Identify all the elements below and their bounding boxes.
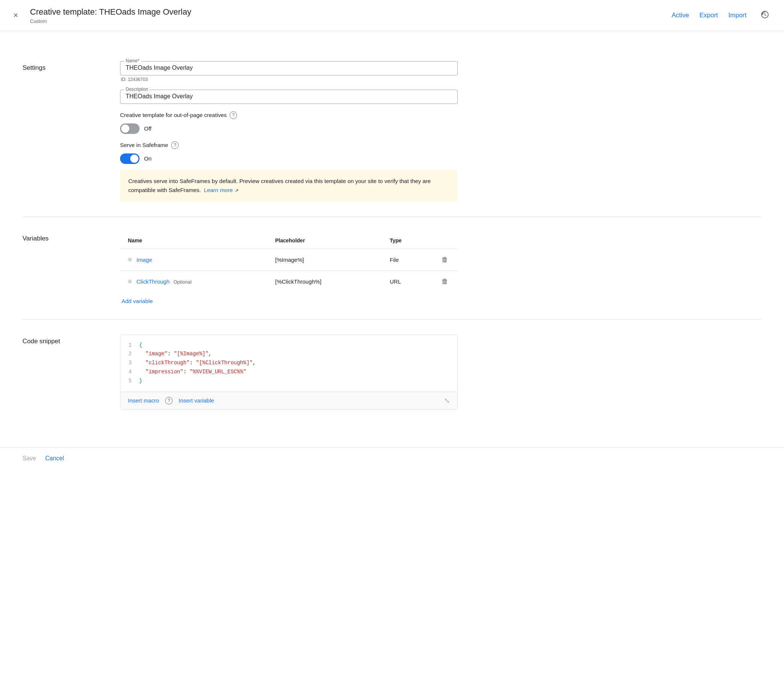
code-line-3: "clickThrough": "[%ClickThrough%]", xyxy=(139,359,450,368)
code-toolbar: Insert macro ? Insert variable ⤡ xyxy=(120,392,457,409)
code-snippet-label: Code snippet xyxy=(22,335,105,410)
col-header-placeholder: Placeholder xyxy=(268,232,382,249)
code-snippet-content: 1 2 3 4 5 { "image": "[%Image%]", "click… xyxy=(120,335,457,410)
name-field-wrapper: Name* xyxy=(120,61,457,75)
code-comma-2: , xyxy=(252,360,255,366)
id-hint: ID: 12436703 xyxy=(120,77,457,82)
header-actions: Active Export Import xyxy=(671,8,772,23)
col-header-name: Name xyxy=(120,232,268,249)
row1-delete-button[interactable]: 🗑 xyxy=(440,254,450,265)
out-of-page-section: Creative template for out-of-page creati… xyxy=(120,112,457,134)
code-colon-3: : xyxy=(183,369,190,375)
out-of-page-label: Creative template for out-of-page creati… xyxy=(120,112,226,118)
line-num-2: 2 xyxy=(128,350,132,359)
code-comma-1: , xyxy=(209,351,212,357)
out-of-page-toggle-row: Off xyxy=(120,123,457,134)
row1-placeholder-cell: [%Image%] xyxy=(268,249,382,271)
brace-open: { xyxy=(139,342,142,348)
save-button[interactable]: Save xyxy=(22,455,36,462)
page-header: × Creative template: THEOads Image Overl… xyxy=(0,0,784,31)
code-val-clickthrough: "[%ClickThrough%]" xyxy=(196,360,252,366)
insert-macro-help-icon[interactable]: ? xyxy=(165,397,172,405)
page-title: Creative template: THEOads Image Overlay xyxy=(30,7,191,18)
table-row: ≡ Image [%Image%] File 🗑 xyxy=(120,249,457,271)
description-input[interactable] xyxy=(126,93,452,100)
variables-content: Name Placeholder Type ≡ Image [%Image%] xyxy=(120,232,457,304)
brace-close: } xyxy=(139,378,142,384)
code-block: 1 2 3 4 5 { "image": "[%Image%]", "click… xyxy=(120,335,457,410)
line-num-5: 5 xyxy=(128,377,132,386)
variables-section: Variables Name Placeholder Type ≡ xyxy=(22,217,762,320)
variables-label: Variables xyxy=(22,232,105,304)
resize-handle[interactable]: ⤡ xyxy=(444,397,450,405)
description-field-wrapper: Description xyxy=(120,90,457,104)
row2-type-cell: URL xyxy=(382,271,432,292)
description-field-label: Description xyxy=(124,87,150,92)
code-snippet-section: Code snippet 1 2 3 4 5 { "ima xyxy=(22,320,762,425)
line-num-3: 3 xyxy=(128,359,132,368)
safeframe-label: Serve in Safeframe xyxy=(120,142,168,148)
close-button[interactable]: × xyxy=(9,9,22,22)
name-field-label: Name* xyxy=(124,58,141,64)
row1-type-cell: File xyxy=(382,249,432,271)
code-colon-1: : xyxy=(168,351,174,357)
code-val-impression: "%%VIEW_URL_ESC%%" xyxy=(190,369,246,375)
safeframe-help-icon[interactable]: ? xyxy=(171,142,178,149)
code-lines: 1 2 3 4 5 { "image": "[%Image%]", "click… xyxy=(128,341,450,386)
out-of-page-toggle[interactable] xyxy=(120,123,140,134)
code-editor[interactable]: 1 2 3 4 5 { "image": "[%Image%]", "click… xyxy=(120,335,457,392)
line-num-1: 1 xyxy=(128,341,132,350)
drag-handle-2[interactable]: ≡ xyxy=(128,277,132,285)
code-line-1: { xyxy=(139,341,450,350)
code-line-4: "impression": "%%VIEW_URL_ESC%%" xyxy=(139,368,450,377)
row2-delete-button[interactable]: 🗑 xyxy=(440,276,450,287)
safeframe-state: On xyxy=(144,155,151,162)
header-title-block: Creative template: THEOads Image Overlay… xyxy=(30,7,191,24)
delete-icon-2: 🗑 xyxy=(441,277,448,285)
code-key-clickthrough: "clickThrough" xyxy=(145,360,190,366)
drag-handle-1[interactable]: ≡ xyxy=(128,256,132,263)
status-badge: Active xyxy=(671,12,689,19)
page-footer: Save Cancel xyxy=(0,447,784,469)
learn-more-link[interactable]: Learn more xyxy=(204,187,233,193)
import-button[interactable]: Import xyxy=(728,12,746,19)
row1-name-link[interactable]: Image xyxy=(137,257,152,263)
safeframe-toggle-row: On xyxy=(120,153,457,164)
out-of-page-help-icon[interactable]: ? xyxy=(229,112,237,119)
row2-delete-cell: 🗑 xyxy=(432,271,457,292)
safeframe-toggle[interactable] xyxy=(120,153,140,164)
settings-content: Name* ID: 12436703 Description Creative … xyxy=(120,61,457,201)
row2-name-link[interactable]: ClickThrough xyxy=(137,278,170,285)
safeframe-section: Serve in Safeframe ? On Creatives serve … xyxy=(120,142,457,201)
safeframe-thumb xyxy=(130,155,139,163)
code-line-2: "image": "[%Image%]", xyxy=(139,350,450,359)
add-variable-button[interactable]: Add variable xyxy=(120,293,154,304)
row2-name-cell: ≡ ClickThrough Optional xyxy=(120,271,268,292)
code-toolbar-left: Insert macro ? Insert variable xyxy=(128,397,214,405)
name-input[interactable] xyxy=(126,65,452,71)
cancel-button[interactable]: Cancel xyxy=(45,455,64,462)
settings-section: Settings Name* ID: 12436703 Description xyxy=(22,46,762,217)
insert-macro-button[interactable]: Insert macro xyxy=(128,397,159,404)
safeframe-info-box: Creatives serve into SafeFrames by defau… xyxy=(120,170,457,201)
row1-name-cell: ≡ Image xyxy=(120,249,268,271)
out-of-page-state: Off xyxy=(144,125,151,132)
row2-placeholder-cell: [%ClickThrough%] xyxy=(268,271,382,292)
table-header-row: Name Placeholder Type xyxy=(120,232,457,249)
external-link-icon: ↗ xyxy=(235,188,239,193)
page-subtitle: Custom xyxy=(30,18,191,24)
delete-icon-1: 🗑 xyxy=(441,256,448,263)
history-icon xyxy=(760,10,770,21)
table-row: ≡ ClickThrough Optional [%ClickThrough%]… xyxy=(120,271,457,292)
line-numbers: 1 2 3 4 5 xyxy=(128,341,139,386)
export-button[interactable]: Export xyxy=(700,12,718,19)
col-header-type: Type xyxy=(382,232,432,249)
settings-label: Settings xyxy=(22,61,105,201)
row2-optional: Optional xyxy=(173,279,191,285)
history-button[interactable] xyxy=(757,8,772,23)
insert-variable-button[interactable]: Insert variable xyxy=(178,397,214,404)
safeframe-info-text: Creatives serve into SafeFrames by defau… xyxy=(128,178,431,193)
code-colon-2: : xyxy=(190,360,196,366)
variables-table: Name Placeholder Type ≡ Image [%Image%] xyxy=(120,232,457,293)
code-key-impression: "impression" xyxy=(145,369,183,375)
